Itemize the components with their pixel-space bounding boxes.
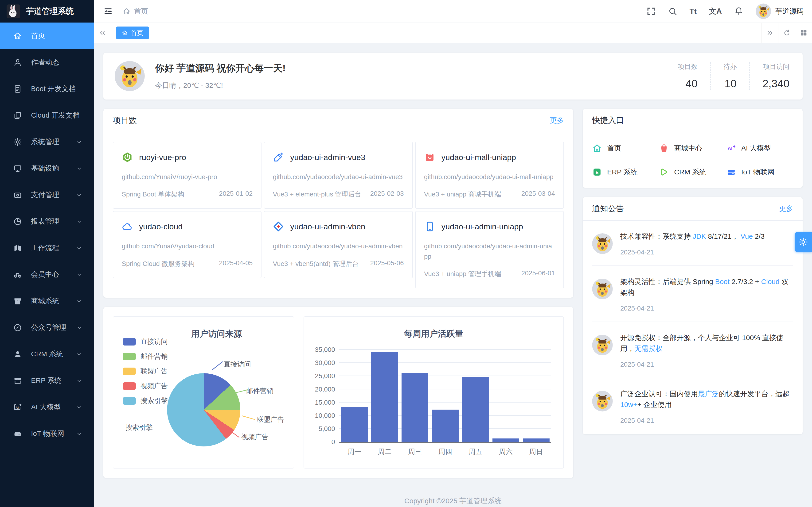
sidebar-item-label: 作者动态 [31, 58, 59, 67]
sidebar-item-8[interactable]: 工作流程 [0, 235, 94, 261]
sidebar-item-11[interactable]: 公众号管理 [0, 314, 94, 341]
legend-label: 视频广告 [141, 382, 168, 391]
sidebar-item-9[interactable]: 会员中心 [0, 261, 94, 288]
settings-fab-button[interactable] [795, 232, 812, 252]
sidebar-item-home[interactable]: 首页 [0, 22, 94, 49]
projects-title: 项目数 [113, 115, 137, 126]
project-meta: Vue3 + uniapp 管理手机端2025-06-01 [424, 270, 555, 278]
svg-text:AI: AI [727, 146, 732, 151]
sc-ai-icon: AI [726, 143, 736, 153]
compass-icon [13, 323, 22, 332]
store-icon [13, 376, 22, 385]
notice-item[interactable]: 广泛企业认可：国内使用最广泛的快速开发平台，远超 10w++ 企业使用2025-… [592, 378, 793, 434]
tabs-layout-button[interactable] [795, 23, 812, 43]
legend-swatch [123, 397, 136, 405]
sidebar-item-15[interactable]: IoT 物联网 [0, 420, 94, 447]
project-card[interactable]: yudao-ui-admin-uniappgithub.com/yudaocod… [415, 211, 564, 288]
project-card[interactable]: yudao-ui-admin-vue3github.com/yudaocode/… [264, 142, 413, 209]
bar-chart-card: 每周用户活跃量 05,00010,00015,00020,00025,00030… [304, 317, 564, 468]
sidebar-item-6[interactable]: 支付管理 [0, 182, 94, 208]
legend-item[interactable]: 联盟广告 [123, 367, 168, 376]
legend-swatch [123, 338, 136, 345]
notice-link[interactable]: Cloud [761, 278, 779, 285]
mall-bag-icon [424, 152, 436, 163]
notice-item[interactable]: 技术兼容性：系统支持 JDK 8/17/21， Vue 2/32025-04-2… [592, 221, 793, 266]
notice-text: 技术兼容性：系统支持 JDK 8/17/21， Vue 2/3 [620, 231, 765, 242]
x-axis-tick-label: 周二 [371, 447, 398, 457]
project-url: github.com/yudaocode/yudao-ui-admin-vue3 [273, 172, 404, 182]
project-card[interactable]: ruoyi-vue-progithub.com/YunaiV/ruoyi-vue… [113, 142, 261, 209]
pie-slice-label: 联盟广告 [257, 415, 284, 425]
notice-link[interactable]: Boot [715, 278, 729, 285]
language-icon[interactable]: 文A [709, 6, 722, 16]
sidebar-item-4[interactable]: 系统管理 [0, 129, 94, 155]
sidebar-item-2[interactable]: Boot 开发文档 [0, 75, 94, 102]
user-menu[interactable]: 芋道源码 [756, 3, 804, 19]
chevron-double-left-icon [98, 29, 106, 37]
project-card[interactable]: yudao-ui-mall-uniappgithub.com/yudaocode… [415, 142, 564, 209]
bell-icon[interactable] [734, 7, 744, 16]
y-axis-tick-label: 15,000 [315, 399, 335, 406]
sc-iot-icon [726, 167, 736, 177]
sidebar-item-7[interactable]: 报表管理 [0, 208, 94, 235]
sidebar-item-label: 公众号管理 [31, 323, 66, 332]
shortcut-label: CRM 系统 [674, 167, 706, 177]
breadcrumb[interactable]: 首页 [123, 7, 148, 16]
search-icon[interactable] [668, 7, 677, 16]
project-desc: Vue3 + uniapp 管理手机端 [424, 270, 501, 278]
shortcut-item[interactable]: EERP 系统 [592, 167, 659, 177]
vben-diamond-icon [273, 221, 284, 232]
content-columns: 项目数 更多 ruoyi-vue-progithub.com/YunaiV/ru… [103, 109, 803, 478]
notices-more-link[interactable]: 更多 [779, 204, 793, 214]
sidebar-item-1[interactable]: 作者动态 [0, 49, 94, 75]
legend-item[interactable]: 搜索引擎 [123, 396, 168, 406]
tabs-scroll-right-icon[interactable] [761, 23, 778, 43]
tabs-refresh-button[interactable] [778, 23, 795, 43]
sidebar-item-12[interactable]: CRM 系统 [0, 341, 94, 368]
fullscreen-icon[interactable] [646, 7, 656, 16]
stat-item: 项目数40 [665, 62, 710, 90]
legend-item[interactable]: 邮件营销 [123, 352, 168, 361]
sidebar-item-label: 报表管理 [31, 217, 59, 226]
chevron-down-icon [75, 324, 84, 331]
project-url: github.com/yudaocode/yudao-ui-admin-vben [273, 241, 404, 251]
tabs-scroll-left-icon[interactable] [94, 23, 111, 43]
sidebar-collapse-icon[interactable] [103, 7, 113, 16]
phone-icon [424, 221, 436, 232]
notice-link[interactable]: 无需授权 [635, 345, 663, 352]
app-logo[interactable]: 芋道管理系统 [0, 0, 94, 22]
project-date: 2025-03-04 [521, 190, 555, 199]
sidebar-item-10[interactable]: 商城系统 [0, 288, 94, 314]
legend-swatch [123, 368, 136, 375]
notice-item[interactable]: 架构灵活性：后端提供 Spring Boot 2.7/3.2 + Cloud 双… [592, 266, 793, 322]
shortcut-item[interactable]: AIAI 大模型 [726, 143, 793, 153]
sidebar-item-13[interactable]: ERP 系统 [0, 368, 94, 394]
notice-link[interactable]: 最广泛 [698, 390, 719, 398]
sidebar-item-label: 基础设施 [31, 164, 59, 173]
sidebar-item-5[interactable]: 基础设施 [0, 155, 94, 182]
font-size-icon[interactable]: Tt [690, 7, 697, 16]
shortcut-item[interactable]: 商城中心 [659, 143, 726, 153]
shortcut-item[interactable]: IoT 物联网 [726, 167, 793, 177]
chevron-down-icon [75, 377, 84, 384]
sidebar-item-label: 商城系统 [31, 296, 59, 306]
projects-more-link[interactable]: 更多 [550, 116, 564, 125]
sidebar-item-3[interactable]: Cloud 开发文档 [0, 102, 94, 129]
footer-copyright: Copyright ©2025 芋道管理系统 [103, 496, 803, 506]
stat-label: 待办 [723, 62, 737, 71]
pie-chart-title: 用户访问来源 [163, 328, 271, 340]
main-area: 首页 Tt 文A 芋道源码 首页 [94, 0, 812, 507]
legend-item[interactable]: 直接访问 [123, 337, 168, 346]
project-card[interactable]: yudao-cloudgithub.com/YunaiV/yudao-cloud… [113, 211, 261, 278]
notice-item[interactable]: 开源免授权：全部开源，个人与企业可 100% 直接使用，无需授权2025-04-… [592, 322, 793, 378]
notice-link[interactable]: Vue [741, 232, 753, 240]
shortcut-item[interactable]: CRM 系统 [659, 167, 726, 177]
notice-link[interactable]: 10w+ [620, 401, 638, 408]
shortcut-item[interactable]: 首页 [592, 143, 659, 153]
notice-link[interactable]: JDK [693, 232, 706, 240]
bar-周四 [432, 410, 459, 442]
legend-item[interactable]: 视频广告 [123, 382, 168, 391]
tab-home[interactable]: 首页 [116, 26, 149, 39]
project-card[interactable]: yudao-ui-admin-vbengithub.com/yudaocode/… [264, 211, 413, 278]
sidebar-item-14[interactable]: AIAI 大模型 [0, 394, 94, 420]
